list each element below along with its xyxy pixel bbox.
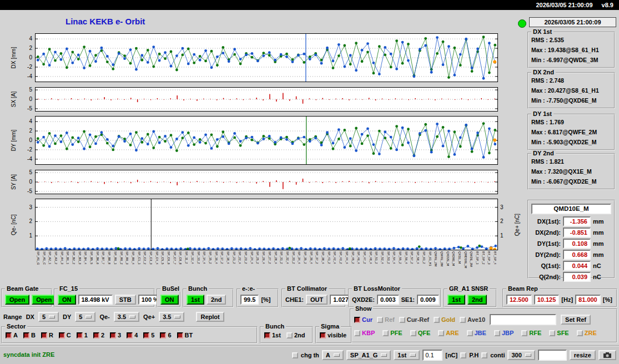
set-ref-button[interactable]: Set Ref bbox=[561, 315, 591, 325]
monitor-row: DX(1st): -1.356 mm bbox=[529, 216, 614, 227]
sector-checkbox-5[interactable] bbox=[143, 332, 149, 338]
monitor-select[interactable]: SP_A1_G bbox=[346, 350, 391, 360]
busel-on-button[interactable]: ON bbox=[160, 295, 179, 305]
x-axis-label: SP_C7_7 bbox=[173, 251, 176, 265]
x-axis-label: SP_51_2 bbox=[375, 251, 378, 264]
bunch-1st-button[interactable]: 1st bbox=[187, 295, 204, 305]
monitor-row-value: -0.851 bbox=[563, 228, 591, 237]
sector-item-b: B bbox=[23, 332, 36, 338]
threshold-input[interactable] bbox=[422, 350, 442, 361]
monitor-row-value: 0.108 bbox=[563, 239, 591, 249]
sector-checkbox-bt[interactable] bbox=[177, 332, 183, 338]
snapshot-button[interactable] bbox=[598, 350, 616, 360]
show-label-qfe: QFE bbox=[418, 330, 431, 336]
monitor-row: Q(1st): 0.044 nC bbox=[529, 260, 614, 271]
bunch-select-value: 1st bbox=[397, 352, 406, 358]
lossmonitor-label-2: SE1: bbox=[401, 296, 415, 303]
sector-checkbox-a[interactable] bbox=[6, 332, 12, 338]
bunch-checkbox-2nd[interactable] bbox=[286, 332, 293, 338]
sector-checkbox-3[interactable] bbox=[110, 332, 116, 338]
range-qeplus-select[interactable]: 3.5 bbox=[159, 312, 184, 322]
sector-group: Sector ABRC123456BT bbox=[1, 326, 258, 343]
ytick-label-sx: -5 bbox=[20, 105, 32, 113]
show-item-kbp: KBP bbox=[354, 330, 375, 336]
show-checkbox-qfe[interactable] bbox=[410, 330, 416, 336]
sector-checkbox-c[interactable] bbox=[59, 332, 65, 338]
gr-snsr-title: GR_A1 SNSR bbox=[447, 285, 490, 292]
stat-max: Max : 20.427@S8_61_H1 bbox=[529, 85, 614, 95]
fc15-title: FC_15 bbox=[58, 285, 79, 292]
sector-checkbox-b[interactable] bbox=[23, 332, 29, 338]
x-axis-label: SP_43_2 bbox=[339, 251, 343, 264]
chg-th-checkbox[interactable] bbox=[292, 352, 298, 358]
replot-button[interactable]: Replot bbox=[196, 312, 224, 322]
sector-item-2: 2 bbox=[93, 332, 104, 338]
ph-checkbox[interactable] bbox=[460, 352, 466, 358]
show-checkbox-kbp[interactable] bbox=[354, 330, 360, 336]
show-checkbox-are[interactable] bbox=[438, 330, 444, 336]
monitor-row-value: 0.668 bbox=[563, 250, 591, 260]
show-checkbox-rfe[interactable] bbox=[521, 330, 527, 336]
show-checkbox-ave10[interactable] bbox=[460, 317, 466, 323]
sector-label-2: 2 bbox=[101, 332, 104, 338]
bunch-select[interactable]: 1st bbox=[394, 350, 420, 360]
x-axis-label: SP_53_2 bbox=[386, 251, 390, 264]
sector-checkbox-1[interactable] bbox=[77, 332, 83, 338]
sector-checkbox-2[interactable] bbox=[93, 332, 99, 338]
sector-item-4: 4 bbox=[127, 332, 138, 338]
fc15-stb-button[interactable]: STB bbox=[115, 295, 136, 305]
sector-checkbox-r[interactable] bbox=[41, 332, 47, 338]
range-qeminus-select[interactable]: 3.5 bbox=[114, 312, 139, 322]
show-label-ave10: Ave10 bbox=[467, 316, 485, 323]
blank-field[interactable] bbox=[538, 350, 567, 361]
show-label-cur-ref: Cur-Ref bbox=[407, 316, 429, 323]
show-checkbox-pfe[interactable] bbox=[383, 330, 389, 336]
bt-collimator-out-button[interactable]: OUT bbox=[306, 295, 328, 305]
resize-button[interactable]: resize bbox=[570, 350, 596, 360]
sector-checkbox-4[interactable] bbox=[127, 332, 133, 338]
reference-name-input[interactable] bbox=[490, 314, 556, 325]
sector-checkbox-6[interactable] bbox=[160, 332, 166, 338]
interval-select[interactable]: 300 bbox=[507, 350, 535, 360]
sigma-checkbox-visible[interactable] bbox=[320, 332, 326, 338]
ytick-label-right-qe: 3 bbox=[500, 204, 511, 211]
optionmenu-dash-icon bbox=[85, 315, 92, 318]
bunch-checkbox-1st[interactable] bbox=[264, 332, 270, 338]
conti-checkbox[interactable] bbox=[481, 352, 487, 358]
sector-select[interactable]: A bbox=[322, 350, 344, 360]
ytick-label-sx: 0 bbox=[20, 95, 32, 103]
range-dx-select[interactable]: 5 bbox=[38, 312, 59, 322]
optionmenu-dash-icon bbox=[410, 353, 416, 357]
show-checkbox-jbe[interactable] bbox=[467, 330, 473, 336]
show-checkbox-zre[interactable] bbox=[577, 330, 583, 336]
monitor-row-label: Q(1st): bbox=[532, 262, 561, 269]
show-checkbox-gold[interactable] bbox=[434, 317, 440, 323]
interval-value: 300 bbox=[511, 352, 521, 358]
show-checkbox-sfe[interactable] bbox=[549, 330, 555, 336]
ee-ratio-unit: [%] bbox=[261, 296, 270, 303]
x-axis-label: SP_14_4 bbox=[203, 251, 206, 264]
sector-item-r: R bbox=[41, 332, 53, 338]
range-dy-label: DY bbox=[63, 314, 71, 320]
show-checkbox-cur[interactable] bbox=[354, 317, 360, 323]
fc15-on-button[interactable]: ON bbox=[58, 295, 76, 305]
range-dy-select[interactable]: 5 bbox=[75, 312, 95, 322]
gr-snsr-2nd-button[interactable]: 2nd bbox=[467, 295, 487, 305]
beam-gate-open-button-2[interactable]: Open bbox=[32, 295, 56, 305]
monitor-row: DX(2nd): -0.851 mm bbox=[529, 227, 614, 238]
x-axis-label: SP_16_4 bbox=[214, 251, 218, 264]
ytick-label-qe: 2 bbox=[20, 218, 32, 225]
gr-snsr-1st-button[interactable]: 1st bbox=[447, 295, 465, 305]
ytick-label-qe: 1 bbox=[20, 232, 32, 240]
bunch-2nd-button[interactable]: 2nd bbox=[207, 295, 227, 305]
show-checkbox-cur-ref[interactable] bbox=[399, 317, 405, 323]
sector-label-b: B bbox=[31, 332, 36, 338]
monitor-row-label: Q(2nd): bbox=[532, 274, 561, 280]
show-checkbox-jbp[interactable] bbox=[494, 330, 500, 336]
beam-gate-open-button-1[interactable]: Open bbox=[5, 295, 29, 305]
sector-title: Sector bbox=[5, 323, 27, 330]
x-axis-label: SP_44_4 bbox=[345, 251, 348, 264]
x-axis-label: SP_B2_2 bbox=[72, 251, 76, 264]
show-checkbox-ref[interactable] bbox=[377, 317, 383, 323]
monitor-row-unit: nC bbox=[593, 274, 601, 280]
